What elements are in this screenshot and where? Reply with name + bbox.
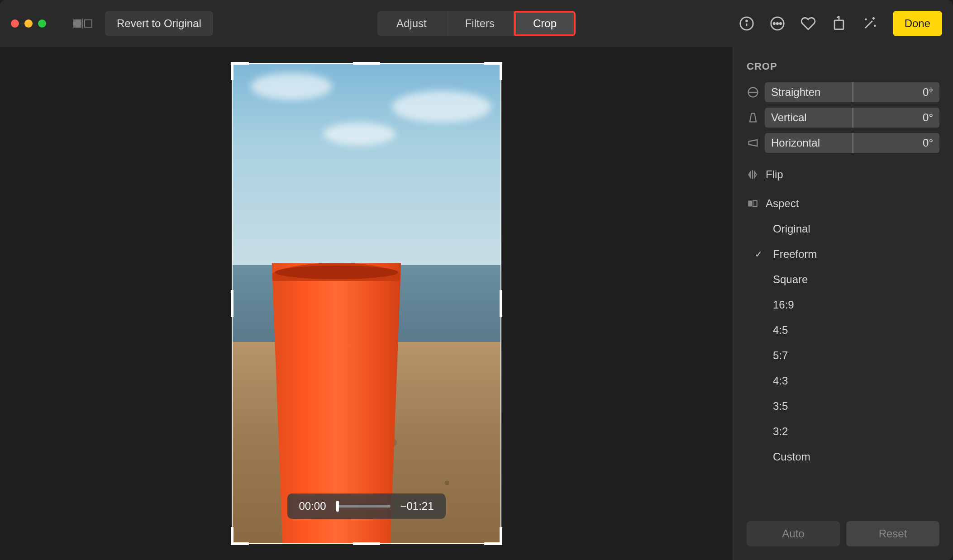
window-controls: [11, 19, 46, 28]
scrubber-thumb[interactable]: [336, 501, 338, 512]
svg-rect-7: [834, 20, 843, 29]
photo-preview: [233, 64, 500, 543]
horizontal-row[interactable]: Horizontal0°: [747, 133, 939, 153]
flip-label: Flip: [766, 168, 783, 181]
svg-point-6: [780, 23, 781, 24]
maximize-window-button[interactable]: [38, 19, 46, 28]
info-icon[interactable]: [739, 16, 754, 31]
svg-point-2: [746, 20, 747, 22]
tab-crop[interactable]: Crop: [516, 13, 574, 34]
main-area: 00:00 −01:21 CROP Straighten0° Vertical0…: [0, 47, 953, 560]
sidebar-footer: Auto Reset: [747, 521, 939, 546]
favorite-heart-icon[interactable]: [801, 16, 816, 31]
crop-handle-top-left[interactable]: [231, 62, 249, 80]
vertical-row[interactable]: Vertical0°: [747, 108, 939, 128]
scrubber-remaining-time: −01:21: [400, 500, 434, 513]
horizontal-value: 0°: [923, 137, 933, 149]
straighten-row[interactable]: Straighten0°: [747, 82, 939, 102]
minimize-window-button[interactable]: [24, 19, 33, 28]
close-window-button[interactable]: [11, 19, 19, 28]
crop-handle-bottom-left[interactable]: [231, 527, 249, 545]
aspect-icon: [747, 198, 758, 209]
crop-handle-top-right[interactable]: [484, 62, 502, 80]
aspect-item-4-3[interactable]: 4:3: [747, 368, 939, 394]
revert-to-original-button[interactable]: Revert to Original: [105, 11, 213, 36]
aspect-item-freeform[interactable]: ✓Freeform: [747, 242, 939, 267]
rotate-icon[interactable]: [831, 16, 847, 31]
aspect-item-label: Original: [773, 223, 810, 235]
aspect-item-original[interactable]: Original: [747, 216, 939, 242]
straighten-value: 0°: [923, 86, 933, 99]
vertical-perspective-icon: [747, 111, 759, 124]
svg-point-4: [773, 23, 775, 24]
aspect-item-label: 4:5: [773, 324, 788, 336]
crop-handle-top[interactable]: [353, 62, 380, 65]
crop-handle-bottom[interactable]: [353, 542, 380, 545]
vertical-label: Vertical: [771, 111, 807, 124]
aspect-item-label: 5:7: [773, 349, 788, 361]
check-icon: ✓: [755, 249, 762, 260]
aspect-item-custom[interactable]: Custom: [747, 444, 939, 470]
tab-filters[interactable]: Filters: [446, 11, 514, 36]
auto-button[interactable]: Auto: [747, 521, 840, 546]
auto-enhance-icon[interactable]: [862, 16, 877, 31]
aspect-item-label: Square: [773, 273, 808, 285]
aspect-item-5-7[interactable]: 5:7: [747, 343, 939, 368]
svg-rect-11: [753, 201, 757, 207]
aspect-item-label: 16:9: [773, 299, 794, 311]
aspect-row[interactable]: Aspect: [747, 197, 939, 210]
crop-sidebar: CROP Straighten0° Vertical0° Horizontal0…: [733, 47, 953, 560]
straighten-icon: [747, 86, 759, 99]
crop-handle-bottom-right[interactable]: [484, 527, 502, 545]
svg-rect-10: [748, 201, 752, 207]
scrubber-track[interactable]: [336, 505, 390, 508]
horizontal-label: Horizontal: [771, 137, 820, 149]
tab-adjust[interactable]: Adjust: [377, 11, 446, 36]
sidebar-title: CROP: [747, 61, 939, 72]
horizontal-perspective-icon: [747, 137, 759, 149]
compare-toggle[interactable]: [73, 19, 92, 28]
flip-icon: [747, 169, 758, 180]
crop-tab-highlight: Crop: [514, 11, 576, 36]
aspect-item-label: 3:5: [773, 400, 788, 412]
aspect-item-4-5[interactable]: 4:5: [747, 318, 939, 343]
svg-point-5: [777, 23, 778, 24]
aspect-label: Aspect: [766, 197, 799, 210]
more-icon[interactable]: [770, 16, 785, 31]
aspect-item-16-9[interactable]: 16:9: [747, 292, 939, 318]
vertical-value: 0°: [923, 111, 933, 124]
video-scrubber: 00:00 −01:21: [287, 494, 445, 519]
aspect-item-label: 3:2: [773, 425, 788, 437]
aspect-item-label: Freeform: [773, 248, 817, 260]
done-button[interactable]: Done: [893, 11, 942, 36]
crop-handle-left[interactable]: [231, 290, 233, 317]
canvas-area: 00:00 −01:21: [0, 47, 733, 560]
scrubber-current-time: 00:00: [299, 500, 326, 513]
aspect-item-label: Custom: [773, 451, 810, 463]
aspect-item-label: 4:3: [773, 375, 788, 387]
aspect-item-3-2[interactable]: 3:2: [747, 419, 939, 444]
titlebar: Revert to Original Adjust Filters Crop D…: [0, 0, 953, 47]
reset-button[interactable]: Reset: [846, 521, 939, 546]
crop-frame[interactable]: 00:00 −01:21: [232, 63, 501, 544]
aspect-list: Original✓FreeformSquare16:94:55:74:33:53…: [747, 216, 939, 470]
crop-handle-right[interactable]: [500, 290, 502, 317]
aspect-item-3-5[interactable]: 3:5: [747, 394, 939, 419]
edit-mode-tabs: Adjust Filters Crop: [377, 11, 576, 36]
straighten-label: Straighten: [771, 86, 820, 99]
flip-row[interactable]: Flip: [747, 168, 939, 181]
toolbar-right: Done: [739, 11, 942, 36]
aspect-item-square[interactable]: Square: [747, 267, 939, 292]
